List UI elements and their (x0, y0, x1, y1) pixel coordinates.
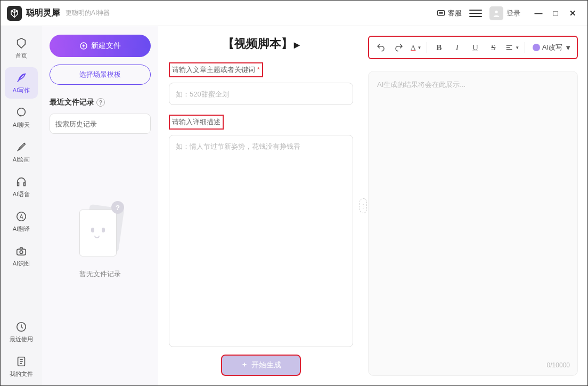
nav-ai-chat[interactable]: AI聊天 (5, 102, 38, 133)
avatar-icon (489, 6, 503, 20)
clock-icon (15, 320, 28, 333)
topic-input[interactable] (169, 83, 353, 105)
svg-point-9 (20, 251, 23, 254)
support-button[interactable]: 客服 (436, 9, 462, 18)
login-button[interactable]: 登录 (507, 9, 520, 18)
output-placeholder: AI生成的结果将会在此展示... (377, 80, 569, 90)
right-panel: A▼ B I U S ▼ AI改写 ▼ AI生成的结果将会在此展示... 0/1… (364, 26, 587, 385)
desc-label: 请输入详细描述 (169, 115, 224, 130)
plus-circle-icon (79, 42, 88, 50)
redo-button[interactable] (393, 41, 405, 54)
app-tagline: 更聪明的AI神器 (66, 9, 110, 18)
page-title[interactable]: 【视频脚本】▶ (169, 36, 353, 52)
help-icon[interactable]: ? (96, 98, 105, 107)
search-input[interactable] (55, 120, 145, 128)
recent-files-header: 最近文件记录 ? (50, 98, 151, 107)
translate-icon: A (15, 210, 28, 223)
svg-rect-8 (17, 249, 26, 255)
desc-textarea[interactable] (169, 135, 353, 347)
chat-bubble-icon (15, 106, 28, 119)
nav-recent[interactable]: 最近使用 (5, 316, 38, 348)
home-icon (15, 37, 28, 50)
close-button[interactable]: ✕ (564, 7, 581, 20)
svg-point-2 (440, 12, 442, 13)
maximize-button[interactable]: □ (547, 7, 564, 20)
nav-my-files[interactable]: 我的文件 (5, 351, 38, 382)
sidebar: 首页 AI写作 AI聊天 AI绘画 AI语音 A AI翻译 AI识图 (1, 26, 42, 385)
new-file-button[interactable]: 新建文件 (50, 35, 151, 57)
feather-icon (15, 71, 28, 84)
nav-ai-paint[interactable]: AI绘画 (5, 136, 38, 168)
nav-home[interactable]: 首页 (5, 33, 38, 64)
nav-ai-writing[interactable]: AI写作 (5, 67, 38, 99)
file-panel: 新建文件 选择场景模板 最近文件记录 ? ? 暂无文件记录 (42, 26, 158, 385)
minimize-button[interactable]: — (530, 7, 547, 20)
empty-illustration-icon: ? (76, 203, 124, 262)
empty-state: ? 暂无文件记录 (50, 150, 151, 377)
align-button[interactable]: ▼ (505, 43, 519, 52)
resize-handle[interactable]: ⋮ (360, 198, 367, 213)
char-count: 0/10000 (547, 361, 570, 369)
ai-rewrite-button[interactable]: AI改写 ▼ (533, 43, 571, 52)
strike-button[interactable]: S (487, 41, 500, 54)
font-color-button[interactable]: A▼ (411, 43, 421, 52)
generate-button[interactable]: 开始生成 (221, 355, 301, 376)
menu-icon[interactable] (469, 7, 482, 20)
align-icon (505, 43, 513, 52)
svg-point-3 (442, 12, 443, 13)
svg-point-1 (439, 12, 440, 13)
play-icon: ▶ (294, 41, 300, 49)
topic-label: 请输入文章主题或者关键词 * (169, 62, 263, 77)
nav-ai-image[interactable]: AI识图 (5, 240, 38, 272)
bold-button[interactable]: B (432, 41, 445, 54)
titlebar: 聪明灵犀 更聪明的AI神器 客服 登录 — □ ✕ (1, 1, 587, 26)
empty-text: 暂无文件记录 (79, 269, 121, 279)
undo-button[interactable] (374, 41, 387, 54)
chevron-down-icon: ▼ (565, 44, 571, 52)
underline-button[interactable]: U (469, 41, 481, 54)
ai-dot-icon (533, 44, 540, 51)
file-icon (15, 355, 28, 368)
app-logo-icon (7, 6, 22, 21)
app-name: 聪明灵犀 (26, 7, 60, 19)
headphones-icon (15, 175, 28, 188)
output-area[interactable]: AI生成的结果将会在此展示... 0/10000 (368, 71, 578, 376)
nav-ai-voice[interactable]: AI语音 (5, 171, 38, 203)
editor-toolbar: A▼ B I U S ▼ AI改写 ▼ (368, 36, 578, 59)
nav-ai-translate[interactable]: A AI翻译 (5, 206, 38, 237)
search-history-box[interactable] (50, 114, 151, 134)
sparkle-icon (241, 361, 248, 369)
brush-icon (15, 141, 28, 154)
template-button[interactable]: 选择场景模板 (50, 65, 151, 85)
camera-icon (15, 245, 28, 258)
chat-icon (436, 9, 446, 18)
italic-button[interactable]: I (451, 41, 463, 54)
svg-text:A: A (20, 214, 23, 220)
svg-point-4 (495, 10, 497, 13)
svg-point-5 (18, 108, 26, 116)
center-panel: 【视频脚本】▶ 请输入文章主题或者关键词 * 请输入详细描述 开始生成 ⋮ (158, 26, 364, 385)
